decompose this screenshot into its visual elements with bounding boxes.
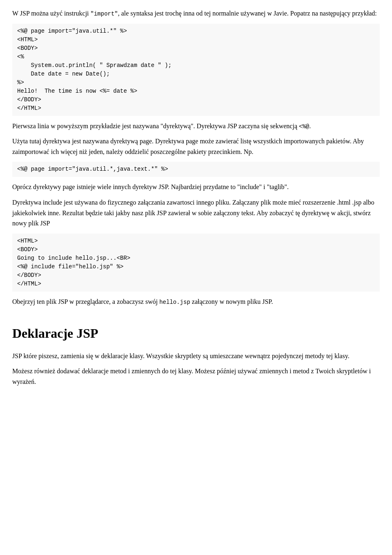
section-title-declarations: Deklaracje JSP [12,323,380,344]
paragraph-view-jsp: Obejrzyj ten plik JSP w przeglądarce, a … [12,296,380,307]
intro-text: W JSP można użyć instrukcji "import", al… [12,8,380,19]
directive-start-code: <%@ [299,123,309,130]
paragraph-directive-intro: Pierwsza linia w powyższym przykładzie j… [12,121,380,132]
paragraph-page-directive: Użyta tutaj dyrektywa jest nazywana dyre… [12,136,380,157]
paragraph-include-directive: Dyrektywa include jest używana do fizycz… [12,197,380,229]
import-inline-code: "import" [91,11,118,17]
paragraph-declarations-more: Możesz również dodawać deklaracje metod … [12,366,380,387]
code-block-3: <HTML> <BODY> Going to include hello.jsp… [12,234,380,292]
code-block-2: <%@ page import="java.util.*,java.text.*… [12,162,380,177]
code-block-1: <%@ page import="java.util.*" %> <HTML> … [12,24,380,116]
paragraph-other-directives: Oprócz dyrektywy page istnieje wiele inn… [12,182,380,192]
paragraph-declarations-intro: JSP które piszesz, zamienia się w deklar… [12,351,380,361]
hello-jsp-inline-code: hello.jsp [159,299,190,305]
